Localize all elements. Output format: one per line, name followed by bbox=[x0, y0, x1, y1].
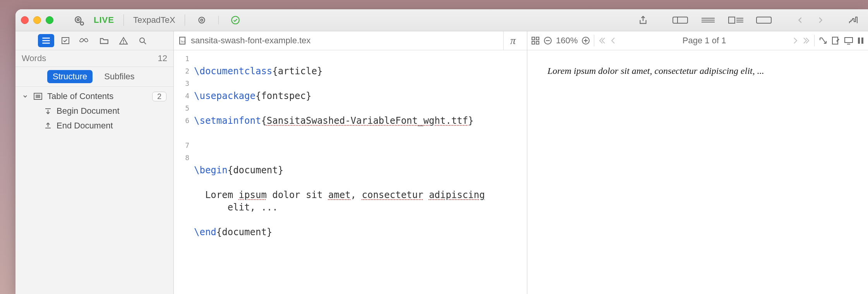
chevron-down-icon bbox=[22, 94, 29, 99]
layout-sidebar-icon[interactable] bbox=[670, 13, 691, 27]
svg-rect-11 bbox=[729, 17, 735, 23]
nav-next-icon[interactable] bbox=[793, 37, 799, 44]
svg-point-5 bbox=[232, 16, 239, 24]
toolbar-separator bbox=[218, 16, 219, 24]
sync-icon[interactable] bbox=[818, 36, 828, 45]
svg-rect-32 bbox=[532, 37, 535, 40]
grid-view-icon[interactable] bbox=[531, 36, 540, 45]
toc-count-badge: 2 bbox=[152, 92, 166, 101]
list-item[interactable]: Begin Document bbox=[19, 104, 170, 118]
outline-view-icon[interactable] bbox=[38, 34, 54, 47]
preview-pane: 160% Page 1 of 1 Lorem ipsum dolor sit a… bbox=[527, 31, 868, 294]
svg-point-2 bbox=[81, 22, 84, 25]
structure-tree: Table of Contents 2 Begin Document End D… bbox=[15, 87, 173, 135]
layout-preview-icon[interactable] bbox=[753, 13, 774, 27]
words-row: Words 12 bbox=[15, 50, 173, 67]
settings-gear-icon[interactable] bbox=[70, 13, 87, 27]
svg-point-4 bbox=[201, 19, 202, 21]
live-indicator[interactable]: LIVE bbox=[94, 15, 114, 25]
edit-page-icon[interactable] bbox=[832, 36, 840, 45]
end-doc-icon bbox=[44, 122, 52, 130]
begin-doc-icon bbox=[44, 107, 52, 115]
page-indicator: Page 1 of 1 bbox=[620, 36, 789, 46]
toc-row[interactable]: Table of Contents 2 bbox=[19, 89, 170, 104]
nav-prev-icon[interactable] bbox=[610, 37, 616, 44]
list-icon bbox=[33, 92, 43, 100]
sidebar-tabs: Structure Subfiles bbox=[15, 67, 173, 87]
zoom-level[interactable]: 160% bbox=[556, 36, 578, 46]
editor-pane: TeX sansita-swash-font-example.tex π 1 2… bbox=[174, 31, 527, 294]
svg-rect-34 bbox=[532, 41, 535, 44]
svg-point-3 bbox=[199, 17, 204, 23]
titlebar: LIVE TexpadTeX bbox=[15, 9, 868, 31]
tab-subfiles[interactable]: Subfiles bbox=[99, 70, 140, 83]
share-icon[interactable] bbox=[636, 13, 650, 27]
signal-icon[interactable] bbox=[846, 14, 863, 27]
svg-point-0 bbox=[75, 17, 81, 22]
nav-last-icon[interactable] bbox=[803, 37, 810, 44]
warnings-view-icon[interactable] bbox=[115, 34, 132, 47]
svg-rect-15 bbox=[756, 17, 771, 23]
build-settings-gear-icon[interactable] bbox=[194, 14, 209, 27]
zoom-window-icon[interactable] bbox=[46, 16, 53, 24]
layout-split-icon[interactable] bbox=[726, 13, 746, 27]
svg-text:TeX: TeX bbox=[180, 40, 186, 43]
code-area[interactable]: 1 2 3 4 5 6 7 8 \documentclass{article} … bbox=[174, 50, 527, 294]
rendered-text: Lorem ipsum dolor sit amet, consectetur … bbox=[547, 66, 848, 76]
words-label: Words bbox=[22, 53, 46, 63]
window-controls bbox=[21, 16, 53, 24]
pause-icon[interactable] bbox=[857, 36, 864, 45]
layout-lines-icon[interactable] bbox=[698, 13, 719, 27]
sidebar: Words 12 Structure Subfiles Table of Con… bbox=[15, 31, 174, 294]
code-text[interactable]: \documentclass{article} \usepackage{font… bbox=[192, 50, 488, 294]
minimize-window-icon[interactable] bbox=[33, 16, 41, 24]
app-window: LIVE TexpadTeX bbox=[15, 9, 868, 294]
begin-doc-label: Begin Document bbox=[57, 106, 120, 116]
nav-first-icon[interactable] bbox=[598, 37, 606, 44]
live-label: LIVE bbox=[94, 15, 114, 25]
toolbar-separator bbox=[124, 14, 124, 26]
svg-rect-44 bbox=[858, 38, 860, 44]
search-view-icon[interactable] bbox=[135, 34, 151, 47]
main-area: Words 12 Structure Subfiles Table of Con… bbox=[15, 31, 868, 294]
status-ok-icon[interactable] bbox=[228, 14, 243, 27]
present-icon[interactable] bbox=[844, 36, 853, 45]
preview-page[interactable]: Lorem ipsum dolor sit amet, consectetur … bbox=[527, 50, 868, 294]
nav-back-icon[interactable] bbox=[794, 14, 807, 27]
preview-header: 160% Page 1 of 1 bbox=[527, 31, 868, 50]
engine-label: TexpadTeX bbox=[133, 15, 175, 25]
zoom-out-icon[interactable] bbox=[544, 36, 552, 45]
svg-line-23 bbox=[144, 42, 146, 44]
list-item[interactable]: End Document bbox=[19, 118, 170, 133]
svg-point-22 bbox=[140, 38, 144, 43]
svg-point-21 bbox=[123, 43, 124, 43]
sidebar-toolbar bbox=[15, 31, 173, 50]
symbols-pi-icon[interactable]: π bbox=[503, 31, 522, 50]
folder-view-icon[interactable] bbox=[96, 34, 112, 47]
svg-rect-6 bbox=[673, 17, 688, 23]
tex-file-icon: TeX bbox=[178, 36, 187, 45]
toolbar-separator bbox=[185, 14, 185, 26]
toc-label: Table of Contents bbox=[47, 91, 113, 101]
engine-selector[interactable]: TexpadTeX bbox=[133, 15, 175, 25]
svg-rect-33 bbox=[536, 37, 539, 40]
checkbox-view-icon[interactable] bbox=[57, 34, 74, 47]
tab-structure[interactable]: Structure bbox=[47, 70, 93, 83]
end-doc-label: End Document bbox=[57, 121, 113, 131]
nav-forward-icon[interactable] bbox=[814, 14, 827, 27]
close-window-icon[interactable] bbox=[21, 16, 29, 24]
zoom-in-icon[interactable] bbox=[582, 36, 590, 45]
editor-header: TeX sansita-swash-font-example.tex π bbox=[174, 31, 527, 50]
words-count: 12 bbox=[158, 53, 167, 63]
infinity-view-icon[interactable] bbox=[77, 34, 93, 47]
line-gutter: 1 2 3 4 5 6 7 8 bbox=[174, 50, 192, 294]
svg-point-1 bbox=[77, 19, 79, 21]
svg-rect-45 bbox=[861, 38, 863, 44]
svg-rect-42 bbox=[845, 38, 853, 43]
svg-rect-35 bbox=[536, 41, 539, 44]
filename-label: sansita-swash-font-example.tex bbox=[191, 36, 310, 46]
